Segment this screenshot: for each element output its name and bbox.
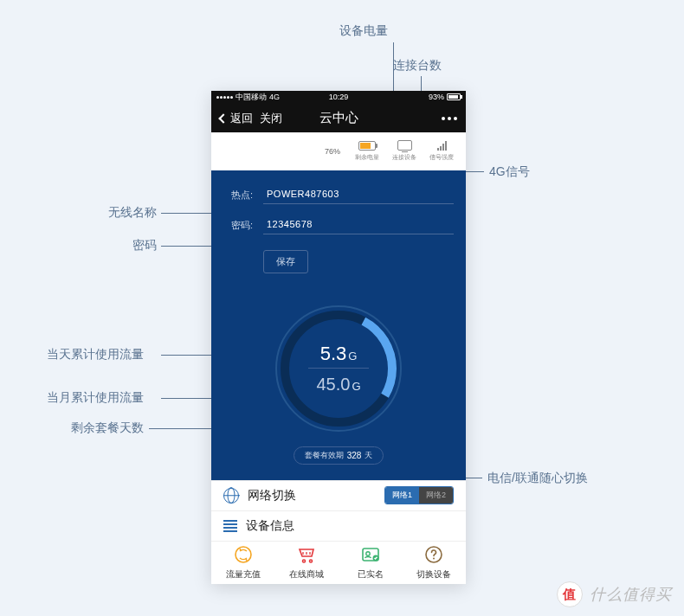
battery-label: 剩余电量 [355, 153, 379, 162]
password-input[interactable]: 12345678 [263, 216, 454, 234]
tab-recharge-label: 流量充值 [226, 568, 261, 581]
cart-icon [296, 544, 317, 565]
save-button[interactable]: 保存 [263, 250, 308, 273]
id-verified-icon [360, 544, 381, 565]
network-switch-row[interactable]: 网络切换 网络1 网络2 [211, 480, 466, 510]
device-info-row[interactable]: 设备信息 [211, 510, 466, 541]
signal-bars-icon [437, 140, 447, 151]
tab-switch-label: 切换设备 [416, 568, 451, 581]
ssid-row: 热点: POWER487603 [223, 186, 454, 204]
nav-bar: 返回 关闭 云中心 [211, 104, 466, 132]
anno-password: 密码 [132, 238, 157, 253]
network-toggle[interactable]: 网络1 网络2 [384, 486, 454, 504]
recharge-icon [233, 544, 254, 565]
anno-days: 剩余套餐天数 [71, 420, 144, 436]
watermark-badge: 值 [557, 581, 583, 607]
anno-ssid: 无线名称 [108, 205, 157, 221]
svg-point-5 [366, 552, 370, 555]
device-status-strip: 76% 剩余电量 连接设备 信号强度 [211, 132, 466, 170]
network1-option[interactable]: 网络1 [385, 487, 419, 504]
connected-devices: 连接设备 [392, 140, 416, 162]
watermark: 值 什么值得买 [557, 581, 672, 607]
more-button[interactable] [442, 117, 457, 120]
tab-bar: 流量充值 在线商城 已实名 切换设备 [211, 541, 466, 584]
usage-gauge-panel: 5.3G 45.0G 套餐有效期 328 天 [211, 289, 466, 480]
network-label: 4G [269, 93, 280, 101]
device-label: 连接设备 [392, 153, 416, 162]
signal-strength: 信号强度 [429, 140, 454, 162]
ssid-input[interactable]: POWER487603 [263, 186, 454, 204]
anno-daily: 当天累计使用流量 [47, 347, 144, 363]
ssid-label: 热点: [223, 189, 253, 202]
status-bar: 中国移动 4G 10:29 93% [211, 91, 466, 104]
signal-label: 信号强度 [429, 153, 454, 162]
wifi-settings-panel: 热点: POWER487603 密码: 12345678 保存 [211, 170, 466, 289]
tab-shop[interactable]: 在线商城 [275, 542, 339, 584]
list-icon [223, 520, 237, 532]
battery-status: 剩余电量 [355, 141, 379, 162]
globe-icon [223, 488, 239, 504]
page-title: 云中心 [211, 110, 466, 126]
carrier-label: 中国移动 [236, 92, 267, 103]
battery-percent: 93% [429, 93, 444, 101]
anno-connections: 连接台数 [393, 58, 442, 74]
network-switch-label: 网络切换 [248, 488, 296, 504]
monthly-usage-value: 45.0G [316, 375, 360, 395]
network2-option[interactable]: 网络2 [419, 487, 453, 504]
tab-shop-label: 在线商城 [289, 568, 324, 581]
battery-percent-small: 76% [325, 147, 340, 156]
password-row: 密码: 12345678 [223, 216, 454, 234]
battery-icon [358, 141, 376, 151]
phone-frame: 中国移动 4G 10:29 93% 返回 关闭 云中心 76% 剩余电量 连接设 [211, 91, 466, 584]
tab-switch-device[interactable]: 切换设备 [403, 542, 467, 584]
tab-recharge[interactable]: 流量充值 [211, 542, 275, 584]
anno-signal: 4G信号 [489, 164, 530, 180]
daily-usage-value: 5.3G [320, 343, 358, 365]
plan-validity: 套餐有效期 328 天 [294, 446, 384, 465]
anno-battery: 设备电量 [339, 23, 388, 39]
anno-netswitch: 电信/联通随心切换 [487, 471, 588, 486]
password-label: 密码: [223, 219, 253, 232]
usage-gauge: 5.3G 45.0G [269, 299, 408, 438]
device-icon [397, 140, 412, 151]
question-icon [423, 544, 444, 565]
divider [308, 368, 369, 369]
battery-icon [447, 93, 461, 100]
signal-dots-icon [216, 96, 233, 99]
tab-realname[interactable]: 已实名 [339, 542, 403, 584]
svg-point-8 [433, 558, 435, 560]
watermark-text: 什么值得买 [590, 584, 672, 605]
anno-monthly: 当月累计使用流量 [47, 390, 144, 406]
device-info-label: 设备信息 [246, 518, 294, 534]
tab-realname-label: 已实名 [358, 568, 384, 581]
